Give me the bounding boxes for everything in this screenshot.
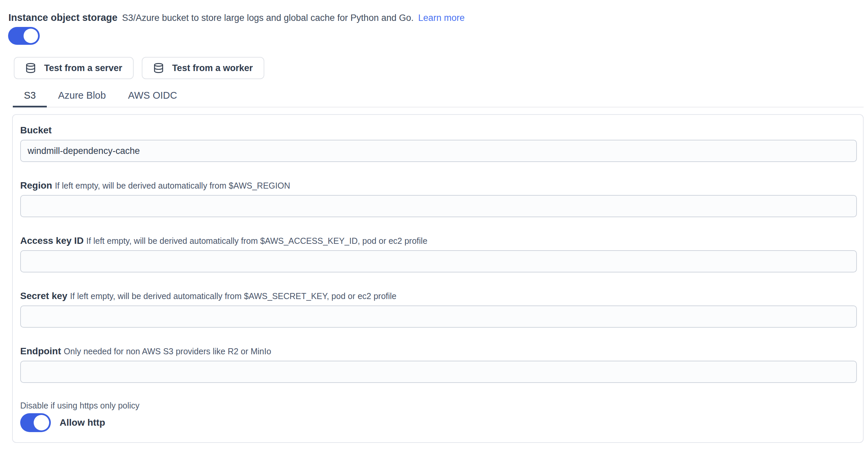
endpoint-label-text: Endpoint (20, 346, 61, 356)
s3-settings-card: Bucket RegionIf left empty, will be deri… (12, 114, 864, 443)
region-input[interactable] (20, 195, 857, 217)
secret-key-input[interactable] (20, 305, 857, 328)
bucket-field: Bucket (20, 125, 857, 162)
tab-azure-blob[interactable]: Azure Blob (47, 87, 117, 108)
region-field: RegionIf left empty, will be derived aut… (20, 180, 857, 217)
endpoint-field: EndpointOnly needed for non AWS S3 provi… (20, 346, 857, 383)
bucket-label-text: Bucket (20, 125, 52, 135)
storage-provider-tabs: S3 Azure Blob AWS OIDC (13, 87, 864, 108)
toggle-knob (34, 415, 49, 430)
database-icon (25, 63, 36, 73)
section-header: Instance object storage S3/Azure bucket … (8, 10, 864, 25)
access-key-id-label: Access key IDIf left empty, will be deri… (20, 235, 857, 246)
tab-s3[interactable]: S3 (13, 87, 47, 108)
learn-more-link[interactable]: Learn more (418, 13, 465, 23)
bucket-label: Bucket (20, 125, 857, 136)
toggle-knob (24, 29, 38, 43)
test-buttons-row: Test from a server Test from a worker (14, 57, 864, 79)
bucket-input[interactable] (20, 140, 857, 162)
endpoint-input[interactable] (20, 361, 857, 383)
region-label-text: Region (20, 180, 52, 191)
secret-key-label: Secret keyIf left empty, will be derived… (20, 291, 857, 301)
endpoint-label: EndpointOnly needed for non AWS S3 provi… (20, 346, 857, 357)
allow-http-toggle[interactable] (20, 413, 51, 432)
secret-key-field: Secret keyIf left empty, will be derived… (20, 291, 857, 328)
object-storage-toggle[interactable] (8, 27, 40, 45)
test-from-server-label: Test from a server (44, 63, 122, 73)
access-key-id-input[interactable] (20, 250, 857, 272)
page-title: Instance object storage (8, 12, 118, 23)
access-key-id-hint: If left empty, will be derived automatic… (86, 236, 427, 245)
allow-http-note: Disable if using https only policy (20, 400, 857, 411)
secret-key-label-text: Secret key (20, 291, 67, 301)
access-key-id-field: Access key IDIf left empty, will be deri… (20, 235, 857, 272)
page-description: S3/Azure bucket to store large logs and … (122, 13, 413, 23)
secret-key-hint: If left empty, will be derived automatic… (70, 291, 396, 301)
test-from-server-button[interactable]: Test from a server (14, 57, 134, 79)
region-label: RegionIf left empty, will be derived aut… (20, 180, 857, 191)
region-hint: If left empty, will be derived automatic… (55, 181, 290, 190)
allow-http-row: Allow http (20, 413, 857, 432)
instance-settings-page: Instance object storage S3/Azure bucket … (0, 0, 868, 443)
test-from-worker-button[interactable]: Test from a worker (142, 57, 264, 79)
access-key-id-label-text: Access key ID (20, 235, 84, 246)
test-from-worker-label: Test from a worker (172, 63, 253, 73)
database-icon (153, 63, 164, 73)
endpoint-hint: Only needed for non AWS S3 providers lik… (64, 346, 271, 356)
allow-http-label: Allow http (60, 417, 105, 428)
tab-aws-oidc[interactable]: AWS OIDC (117, 87, 188, 108)
